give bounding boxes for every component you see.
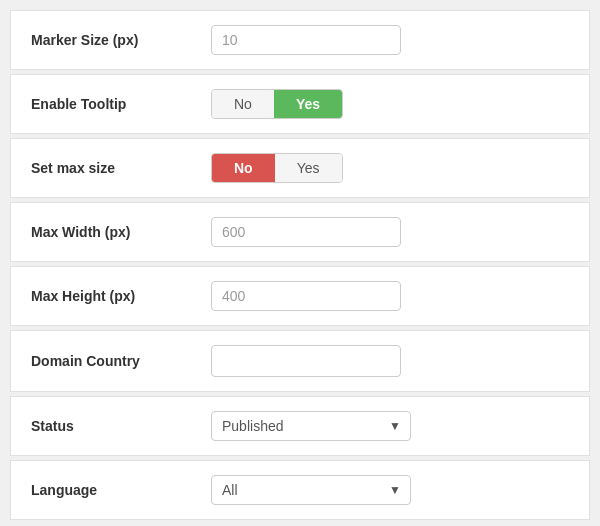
max-width-control (211, 217, 569, 247)
enable-tooltip-no-btn[interactable]: No (212, 90, 274, 118)
set-max-size-control: No Yes (211, 153, 569, 183)
domain-country-control (211, 345, 569, 377)
domain-country-input[interactable] (211, 345, 401, 377)
status-select-wrapper: Published Draft Pending ▼ (211, 411, 411, 441)
enable-tooltip-row: Enable Tooltip No Yes (10, 74, 590, 134)
form-container: Marker Size (px) Enable Tooltip No Yes S… (10, 10, 590, 520)
marker-size-label: Marker Size (px) (31, 32, 211, 48)
set-max-size-row: Set max size No Yes (10, 138, 590, 198)
domain-country-row: Domain Country (10, 330, 590, 392)
language-control: All English French Spanish ▼ (211, 475, 569, 505)
status-row: Status Published Draft Pending ▼ (10, 396, 590, 456)
domain-country-label: Domain Country (31, 353, 211, 369)
max-height-label: Max Height (px) (31, 288, 211, 304)
set-max-size-no-btn[interactable]: No (212, 154, 275, 182)
language-select-wrapper: All English French Spanish ▼ (211, 475, 411, 505)
set-max-size-label: Set max size (31, 160, 211, 176)
status-select[interactable]: Published Draft Pending (211, 411, 411, 441)
language-label: Language (31, 482, 211, 498)
max-height-row: Max Height (px) (10, 266, 590, 326)
max-width-row: Max Width (px) (10, 202, 590, 262)
status-control: Published Draft Pending ▼ (211, 411, 569, 441)
marker-size-control (211, 25, 569, 55)
enable-tooltip-label: Enable Tooltip (31, 96, 211, 112)
marker-size-input[interactable] (211, 25, 401, 55)
set-max-size-yes-btn[interactable]: Yes (275, 154, 342, 182)
max-width-input[interactable] (211, 217, 401, 247)
status-label: Status (31, 418, 211, 434)
enable-tooltip-yes-btn[interactable]: Yes (274, 90, 342, 118)
enable-tooltip-control: No Yes (211, 89, 569, 119)
max-height-input[interactable] (211, 281, 401, 311)
marker-size-row: Marker Size (px) (10, 10, 590, 70)
set-max-size-toggle: No Yes (211, 153, 343, 183)
max-height-control (211, 281, 569, 311)
language-select[interactable]: All English French Spanish (211, 475, 411, 505)
language-row: Language All English French Spanish ▼ (10, 460, 590, 520)
enable-tooltip-toggle: No Yes (211, 89, 343, 119)
max-width-label: Max Width (px) (31, 224, 211, 240)
